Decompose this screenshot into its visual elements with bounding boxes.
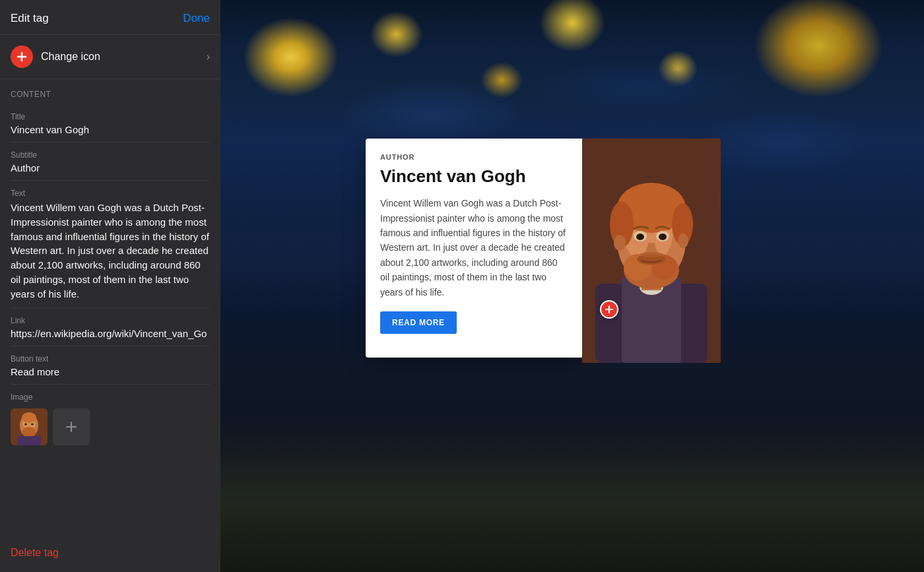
- info-card-body: AUTHOR Vincent van Gogh Vincent Willem v…: [366, 139, 583, 358]
- text-label: Text: [11, 189, 210, 198]
- panel-title: Edit tag: [11, 12, 49, 25]
- edit-panel: Edit tag Done Change icon › Content Titl…: [0, 0, 220, 572]
- button-text-value[interactable]: Read more: [11, 366, 210, 385]
- plus-icon: [15, 50, 28, 63]
- plus-overlay-icon: [605, 305, 614, 314]
- image-thumbs: [11, 408, 210, 445]
- fields-group: Title Vincent van Gogh Subtitle Author T…: [0, 104, 220, 385]
- svg-point-22: [614, 235, 626, 251]
- svg-point-8: [24, 424, 27, 426]
- card-content: AUTHOR Vincent van Gogh Vincent Willem v…: [380, 153, 569, 347]
- subtitle-label: Subtitle: [11, 150, 210, 160]
- change-icon-label: Change icon: [41, 51, 207, 63]
- portrait-thumbnail-svg: [11, 408, 48, 445]
- right-panel: AUTHOR Vincent van Gogh Vincent Willem v…: [220, 0, 924, 572]
- panel-header: Edit tag Done: [0, 0, 220, 35]
- delete-tag-button[interactable]: Delete tag: [11, 539, 210, 559]
- svg-rect-7: [17, 436, 41, 445]
- plus-overlay-button[interactable]: [600, 300, 618, 319]
- text-value[interactable]: Vincent Willem van Gogh was a Dutch Post…: [11, 201, 210, 308]
- image-section: Image: [0, 385, 220, 456]
- button-text-label: Button text: [11, 354, 210, 364]
- background-painting: AUTHOR Vincent van Gogh Vincent Willem v…: [220, 0, 924, 572]
- image-label: Image: [11, 393, 210, 402]
- link-label: Link: [11, 316, 210, 325]
- title-label: Title: [11, 112, 210, 121]
- svg-point-23: [678, 234, 688, 248]
- done-button[interactable]: Done: [183, 12, 210, 25]
- svg-point-9: [31, 424, 34, 426]
- chevron-right-icon: ›: [207, 51, 210, 63]
- svg-point-33: [662, 235, 665, 238]
- add-image-icon: [64, 420, 79, 434]
- card-title: Vincent van Gogh: [380, 166, 569, 187]
- info-card: AUTHOR Vincent van Gogh Vincent Willem v…: [366, 139, 583, 358]
- portrait-painting-svg: [582, 139, 721, 363]
- read-more-button[interactable]: READ MORE: [380, 311, 457, 334]
- content-section-label: Content: [0, 79, 220, 104]
- svg-point-6: [22, 427, 36, 437]
- image-thumbnail[interactable]: [11, 408, 48, 445]
- card-text: Vincent Willem van Gogh was a Dutch Post…: [380, 196, 569, 300]
- title-value[interactable]: Vincent van Gogh: [11, 124, 210, 143]
- svg-point-5: [22, 412, 36, 423]
- change-icon-row[interactable]: Change icon ›: [0, 35, 220, 79]
- card-category: AUTHOR: [380, 153, 569, 161]
- subtitle-value[interactable]: Author: [11, 162, 210, 181]
- change-icon-circle: [11, 46, 33, 68]
- link-value[interactable]: https://en.wikipedia.org/wiki/Vincent_va…: [11, 328, 210, 346]
- spacer: [0, 456, 220, 539]
- portrait-image: [582, 139, 721, 363]
- svg-point-32: [640, 235, 642, 238]
- add-image-button[interactable]: [53, 408, 90, 445]
